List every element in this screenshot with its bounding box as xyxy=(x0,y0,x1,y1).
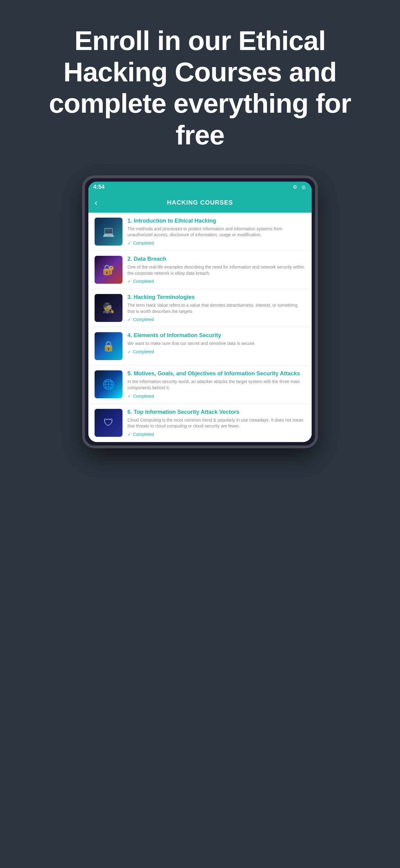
course-content: 4. Elements of Information Security We w… xyxy=(128,332,305,354)
course-title[interactable]: 4. Elements of Information Security xyxy=(128,332,305,339)
thumb-icon: 🛡 xyxy=(95,409,123,437)
course-title[interactable]: 1. Introduction to Ethical Hacking xyxy=(128,218,305,224)
app-header: ‹ HACKING COURSES xyxy=(88,193,312,213)
course-title[interactable]: 6. Top Information Security Attack Vecto… xyxy=(128,409,305,415)
course-item[interactable]: 🌐 5. Motives, Goals, and Objectives of I… xyxy=(88,365,312,404)
course-description: Cloud Computing is the most common trend… xyxy=(128,417,305,429)
course-status: ✓ Completed xyxy=(128,279,305,284)
hero-section: Enroll in our Ethical Hacking Courses an… xyxy=(0,0,400,169)
course-list: 💻 1. Introduction to Ethical Hacking The… xyxy=(88,213,312,442)
status-label: Completed xyxy=(133,279,154,284)
thumb-icon: 🔐 xyxy=(95,256,123,284)
check-icon: ✓ xyxy=(128,394,131,399)
course-item[interactable]: 🛡 6. Top Information Security Attack Vec… xyxy=(88,404,312,442)
course-status: ✓ Completed xyxy=(128,317,305,322)
app-header-title: HACKING COURSES xyxy=(167,199,233,206)
thumb-icon: 🔒 xyxy=(95,332,123,360)
course-thumbnail: 💻 xyxy=(95,218,123,246)
check-icon: ✓ xyxy=(128,241,131,246)
check-icon: ✓ xyxy=(128,349,131,354)
course-item[interactable]: 🕵 3. Hacking Terminologies The term Hack… xyxy=(88,289,312,327)
settings-icon: ⚙ xyxy=(292,184,298,190)
status-label: Completed xyxy=(133,349,154,354)
course-title[interactable]: 5. Motives, Goals, and Objectives of Inf… xyxy=(128,370,305,377)
course-description: We want to make sure that our secret and… xyxy=(128,341,305,347)
course-content: 5. Motives, Goals, and Objectives of Inf… xyxy=(128,370,305,398)
tablet-mockup: 4:54 ⚙ ◎ ‹ HACKING COURSES 💻 1. Introduc… xyxy=(82,176,318,448)
course-content: 2. Data Breach One of the real-life exam… xyxy=(128,256,305,284)
thumb-icon: 🕵 xyxy=(95,294,123,322)
course-title[interactable]: 3. Hacking Terminologies xyxy=(128,294,305,301)
course-description: The term Hack Value refers to a value th… xyxy=(128,302,305,314)
course-content: 6. Top Information Security Attack Vecto… xyxy=(128,409,305,437)
check-icon: ✓ xyxy=(128,317,131,322)
hero-title: Enroll in our Ethical Hacking Courses an… xyxy=(37,25,363,151)
course-item[interactable]: 🔒 4. Elements of Information Security We… xyxy=(88,327,312,365)
course-thumbnail: 🔒 xyxy=(95,332,123,360)
thumb-icon: 💻 xyxy=(95,218,123,246)
course-thumbnail: 🕵 xyxy=(95,294,123,322)
back-button[interactable]: ‹ xyxy=(95,198,97,208)
course-description: In the information security world, an at… xyxy=(128,379,305,391)
location-icon: ◎ xyxy=(300,184,307,190)
course-item[interactable]: 💻 1. Introduction to Ethical Hacking The… xyxy=(88,213,312,251)
course-thumbnail: 🌐 xyxy=(95,370,123,398)
status-label: Completed xyxy=(133,241,154,246)
course-content: 3. Hacking Terminologies The term Hack V… xyxy=(128,294,305,322)
status-label: Completed xyxy=(133,432,154,437)
bottom-spacer xyxy=(0,448,400,572)
course-status: ✓ Completed xyxy=(128,241,305,246)
status-label: Completed xyxy=(133,317,154,322)
status-label: Completed xyxy=(133,394,154,399)
status-time: 4:54 xyxy=(93,184,104,190)
status-bar: 4:54 ⚙ ◎ xyxy=(88,182,312,193)
tablet-screen: 4:54 ⚙ ◎ ‹ HACKING COURSES 💻 1. Introduc… xyxy=(88,182,312,442)
check-icon: ✓ xyxy=(128,279,131,284)
status-icons: ⚙ ◎ xyxy=(292,184,307,190)
course-title[interactable]: 2. Data Breach xyxy=(128,256,305,262)
course-status: ✓ Completed xyxy=(128,349,305,354)
course-description: The methods and processes to protect inf… xyxy=(128,226,305,238)
course-item[interactable]: 🔐 2. Data Breach One of the real-life ex… xyxy=(88,251,312,289)
course-description: One of the real-life examples describing… xyxy=(128,264,305,276)
course-content: 1. Introduction to Ethical Hacking The m… xyxy=(128,218,305,246)
check-icon: ✓ xyxy=(128,432,131,437)
course-status: ✓ Completed xyxy=(128,432,305,437)
thumb-icon: 🌐 xyxy=(95,370,123,398)
course-status: ✓ Completed xyxy=(128,394,305,399)
course-thumbnail: 🔐 xyxy=(95,256,123,284)
course-thumbnail: 🛡 xyxy=(95,409,123,437)
